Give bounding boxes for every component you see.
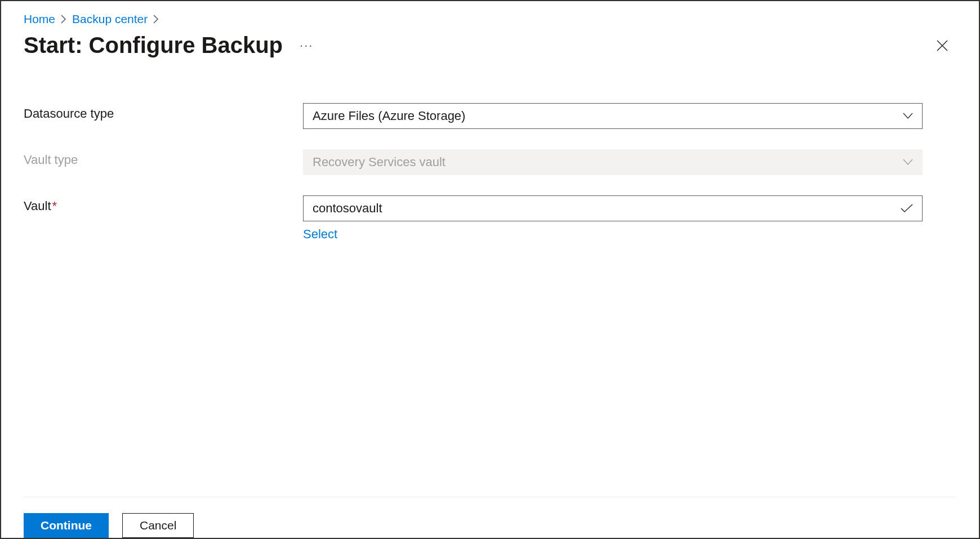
vault-select-link[interactable]: Select (303, 227, 337, 242)
chevron-right-icon (61, 15, 66, 24)
chevron-down-icon (903, 159, 913, 166)
row-datasource-type: Datasource type Azure Files (Azure Stora… (24, 103, 956, 129)
close-icon[interactable] (934, 37, 951, 54)
breadcrumb: Home Backup center (24, 12, 956, 26)
header-row: Start: Configure Backup ··· (24, 33, 956, 58)
footer-bar: Continue Cancel (24, 497, 956, 538)
label-vault-type: Vault type (24, 149, 303, 167)
form-area: Datasource type Azure Files (Azure Stora… (24, 103, 956, 497)
label-vault: Vault* (24, 195, 303, 213)
select-vault-value: contosovault (313, 201, 382, 216)
required-asterisk-icon: * (52, 199, 57, 213)
select-vault-type: Recovery Services vault (303, 149, 923, 175)
select-datasource-type[interactable]: Azure Files (Azure Storage) (303, 103, 923, 129)
row-vault-type: Vault type Recovery Services vault (24, 149, 956, 175)
breadcrumb-backup-center[interactable]: Backup center (72, 12, 148, 26)
cancel-button[interactable]: Cancel (122, 513, 194, 538)
more-icon[interactable]: ··· (300, 38, 313, 53)
label-datasource-type: Datasource type (24, 103, 303, 121)
page-title: Start: Configure Backup (24, 33, 283, 58)
chevron-right-icon (153, 15, 159, 24)
chevron-down-icon (903, 113, 913, 119)
select-vault-type-value: Recovery Services vault (313, 155, 446, 170)
select-vault[interactable]: contosovault (303, 195, 923, 221)
check-icon (901, 204, 913, 213)
row-vault: Vault* contosovault Select (24, 195, 956, 242)
continue-button[interactable]: Continue (24, 513, 109, 538)
breadcrumb-home[interactable]: Home (24, 12, 55, 26)
select-datasource-type-value: Azure Files (Azure Storage) (313, 109, 465, 123)
